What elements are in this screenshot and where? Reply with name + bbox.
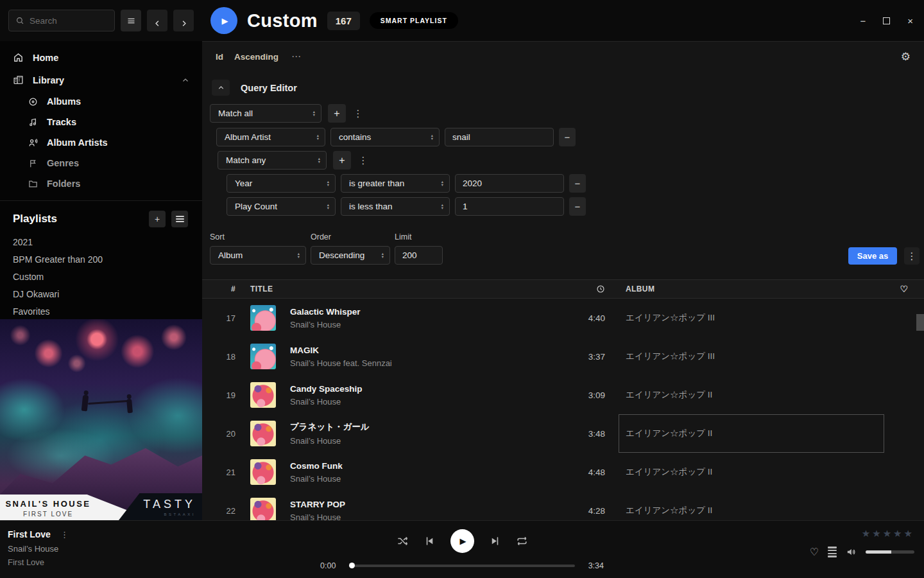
minimize-button[interactable]: − [860,16,866,26]
track-artist: Snail’s House [290,512,345,521]
table-row[interactable]: 21 Cosmo Funk Snail’s House 4:48 エイリアン☆ポ… [202,453,924,491]
hamburger-icon [126,16,136,26]
album-cover-thumbnail [250,344,276,369]
sidebar-item-albums[interactable]: Albums [0,91,202,112]
flag-icon [28,159,38,168]
track-artist: Snail’s House feat. Sennzai [290,358,392,368]
playlist-list-button[interactable] [171,211,188,227]
sidebar-item-library[interactable]: Library [0,69,202,91]
track-album-cell[interactable]: エイリアン☆ポップ II [619,453,884,491]
track-album-cell[interactable]: エイリアン☆ポップ III [619,337,884,376]
track-album-cell-selected[interactable]: エイリアン☆ポップ II [619,414,884,453]
sort-field-button[interactable]: Id [216,52,223,62]
sidebar-item-album-artists[interactable]: Album Artists [0,132,202,153]
table-row[interactable]: 20 プラネット・ガール Snail’s House 3:48 エイリアン☆ポッ… [202,414,924,453]
track-title: Galactic Whisper [290,307,361,317]
rating-stars[interactable]: ★★★★★ [810,528,914,539]
order-select[interactable]: Descending ▴▾ [311,246,390,265]
close-button[interactable]: × [907,16,913,26]
menu-button[interactable] [121,10,141,31]
playlist-item-bpm[interactable]: BPM Greater than 200 [0,250,202,268]
playlist-item-2021[interactable]: 2021 [0,233,202,250]
select-carets-icon: ▴▾ [318,157,320,163]
speaker-icon [846,547,857,557]
play-playlist-button[interactable]: ▶ [210,7,237,34]
track-album-cell[interactable]: エイリアン☆ポップ II [619,376,884,414]
previous-button[interactable] [424,535,436,547]
group-menu-button[interactable]: ⋮ [356,155,370,166]
rule-field-select[interactable]: Play Count ▴▾ [227,197,336,216]
back-button[interactable] [147,10,167,31]
track-duration: 4:40 [554,313,605,323]
save-menu-button[interactable]: ⋮ [904,247,920,265]
album-cover-thumbnail [250,382,276,408]
seek-handle[interactable] [349,563,355,568]
page-title: Custom [247,10,318,31]
scrollbar-thumb[interactable] [916,314,924,331]
rule-value-input[interactable] [455,174,564,193]
volume-button[interactable] [846,547,857,557]
track-menu-button[interactable]: ⋮ [60,530,69,539]
track-album-cell[interactable]: エイリアン☆ポップ III [619,299,884,337]
table-row[interactable]: 17 Galactic Whisper Snail’s House 4:40 エ… [202,299,924,337]
seek-bar[interactable] [349,565,575,567]
table-row[interactable]: 19 Candy Spaceship Snail’s House 3:09 エイ… [202,376,924,414]
match-type-select[interactable]: Match all ▴▾ [210,104,321,123]
sidebar-item-genres[interactable]: Genres [0,153,202,173]
playlist-item-custom[interactable]: Custom [0,268,202,285]
group-match-type-select[interactable]: Match any ▴▾ [218,151,327,170]
sidebar-item-home[interactable]: Home [0,46,202,69]
select-carets-icon: ▴▾ [317,134,319,140]
track-album-cell[interactable]: エイリアン☆ポップ II [619,491,884,520]
queue-button[interactable] [828,547,837,557]
row-number: 19 [202,390,241,400]
sidebar-item-label: Albums [47,96,81,107]
rule-menu-button[interactable]: ⋮ [351,108,365,119]
column-header-title[interactable]: TITLE [241,285,554,293]
rule-operator-select[interactable]: contains ▴▾ [330,128,440,146]
play-button[interactable]: ▶ [450,529,474,553]
query-editor-collapse-button[interactable] [212,80,230,96]
column-header-duration[interactable] [554,285,605,293]
rule-value-input[interactable] [455,197,564,216]
rule-field-select[interactable]: Year ▴▾ [227,174,336,193]
repeat-button[interactable] [516,535,528,547]
total-time: 3:34 [583,561,604,570]
sort-direction-button[interactable]: Ascending [234,52,278,62]
remove-rule-button[interactable]: − [569,197,586,216]
settings-button[interactable]: ⚙ [901,50,911,64]
search-box[interactable] [8,10,115,31]
rule-operator-select[interactable]: is greater than ▴▾ [341,174,450,193]
track-duration: 3:09 [554,390,605,400]
playlist-item-dj-okawari[interactable]: DJ Okawari [0,285,202,302]
playlist-item-favorites[interactable]: Favorites [0,302,202,320]
art-figure [126,399,133,414]
add-playlist-button[interactable]: + [149,211,166,227]
sidebar-item-tracks[interactable]: Tracks [0,112,202,132]
limit-input[interactable] [395,246,443,265]
rule-operator-select[interactable]: is less than ▴▾ [341,197,450,216]
column-header-album[interactable]: ALBUM [619,285,884,293]
table-row[interactable]: 18 MAGIK Snail’s House feat. Sennzai 3:3… [202,337,924,376]
search-input[interactable] [30,16,108,26]
rule-field-select[interactable]: Album Artist ▴▾ [216,128,325,146]
volume-slider[interactable] [866,550,914,554]
sidebar-item-folders[interactable]: Folders [0,173,202,194]
shuffle-button[interactable] [397,535,409,547]
forward-button[interactable] [173,10,194,31]
table-row[interactable]: 22 STARRY POP Snail’s House 4:28 エイリアン☆ポ… [202,491,924,520]
remove-rule-button[interactable]: − [569,174,586,193]
save-as-button[interactable]: Save as [848,247,897,265]
previous-icon [424,535,436,547]
remove-rule-button[interactable]: − [559,128,576,146]
maximize-button[interactable] [883,16,890,26]
column-header-number[interactable]: # [202,285,241,293]
column-header-favorite[interactable]: ♡ [884,284,924,294]
favorite-button[interactable]: ♡ [810,546,819,558]
group-add-rule-button[interactable]: + [333,151,351,170]
add-rule-button[interactable]: + [328,104,346,123]
sort-select[interactable]: Album ▴▾ [210,246,306,265]
more-options-button[interactable]: ⋯ [291,51,302,62]
next-button[interactable] [489,535,501,547]
rule-value-input[interactable] [445,128,554,146]
